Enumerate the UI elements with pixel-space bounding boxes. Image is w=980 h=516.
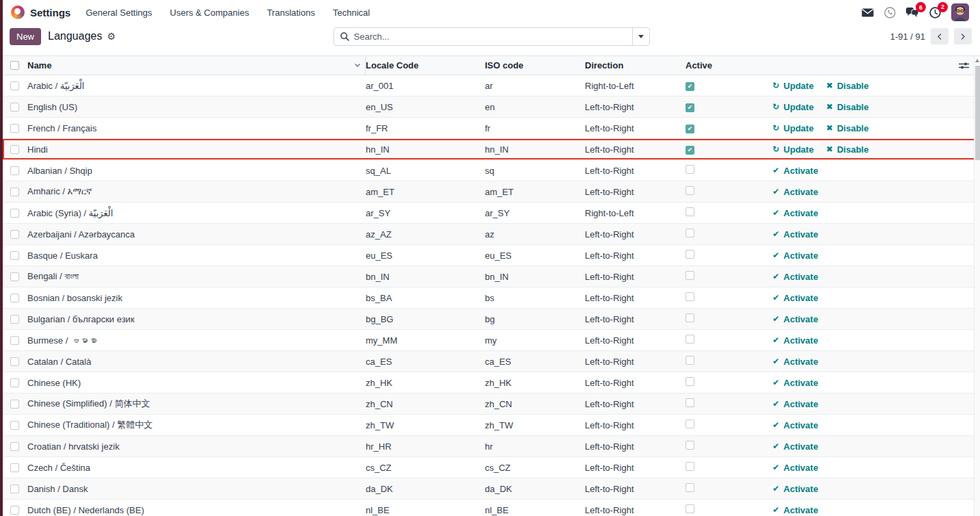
row-checkbox[interactable] [10, 315, 19, 324]
activate-button[interactable]: ✔Activate [772, 187, 818, 197]
discuss-icon[interactable]: 6 [906, 7, 919, 18]
table-row[interactable]: Hindi hn_IN hn_IN Left-to-Right ↻Update✖… [3, 139, 980, 160]
row-checkbox[interactable] [10, 336, 19, 345]
row-checkbox[interactable] [10, 209, 19, 218]
row-checkbox[interactable] [10, 400, 19, 409]
active-checkbox[interactable] [686, 165, 694, 174]
row-checkbox[interactable] [10, 378, 19, 387]
row-checkbox[interactable] [10, 81, 19, 90]
column-header-active[interactable]: Active [686, 56, 772, 75]
select-all-checkbox[interactable] [10, 61, 19, 70]
messages-envelope-icon[interactable] [862, 8, 874, 17]
activate-button[interactable]: ✔Activate [772, 293, 818, 303]
activate-button[interactable]: ✔Activate [772, 463, 818, 473]
table-row[interactable]: Azerbaijani / Azərbaycanca az_AZ az Left… [3, 224, 980, 245]
disable-button[interactable]: ✖Disable [826, 81, 868, 91]
activate-button[interactable]: ✔Activate [772, 229, 818, 240]
row-checkbox[interactable] [10, 421, 19, 430]
table-row[interactable]: Bulgarian / български език bg_BG bg Left… [3, 309, 980, 330]
actions-gear-icon[interactable]: ⚙ [107, 31, 116, 42]
table-row[interactable]: Bengali / বাংলা bn_IN bn_IN Left-to-Righ… [3, 266, 980, 287]
table-row[interactable]: Dutch (BE) / Nederlands (BE) nl_BE nl_BE… [3, 500, 980, 516]
menu-general-settings[interactable]: General Settings [86, 8, 152, 18]
row-checkbox[interactable] [10, 272, 19, 281]
row-checkbox[interactable] [10, 485, 19, 493]
table-row[interactable]: Chinese (HK) zh_HK zh_HK Left-to-Right ✔… [3, 372, 980, 394]
table-row[interactable]: Croatian / hrvatski jezik hr_HR hr Left-… [3, 436, 980, 457]
row-checkbox[interactable] [10, 506, 19, 515]
vertical-scrollbar[interactable] [974, 56, 980, 516]
pager-previous-button[interactable] [931, 28, 948, 44]
table-row[interactable]: Chinese (Simplified) / 简体中文 zh_CN zh_CN … [3, 394, 980, 415]
active-checkbox[interactable] [686, 335, 694, 344]
activate-button[interactable]: ✔Activate [772, 399, 818, 409]
row-checkbox[interactable] [10, 188, 19, 196]
activate-button[interactable]: ✔Activate [772, 314, 818, 324]
active-checkbox[interactable] [686, 207, 694, 216]
activate-button[interactable]: ✔Activate [772, 208, 818, 218]
active-checkbox[interactable] [686, 483, 694, 492]
update-button[interactable]: ↻Update [772, 81, 814, 91]
activate-button[interactable]: ✔Activate [772, 250, 818, 261]
activate-button[interactable]: ✔Activate [772, 357, 818, 367]
activate-button[interactable]: ✔Activate [772, 166, 818, 176]
table-row[interactable]: Czech / Čeština cs_CZ cs_CZ Left-to-Righ… [3, 457, 980, 478]
optional-columns-icon[interactable] [959, 62, 969, 70]
table-row[interactable]: Danish / Dansk da_DK da_DK Left-to-Right… [3, 478, 980, 500]
column-header-locale[interactable]: Locale Code [366, 56, 485, 75]
column-header-iso[interactable]: ISO code [485, 56, 585, 75]
row-checkbox[interactable] [10, 251, 19, 260]
table-row[interactable]: Amharic / አማርኛ am_ET am_ET Left-to-Right… [3, 181, 980, 203]
row-checkbox[interactable] [10, 463, 19, 472]
active-checkbox[interactable] [686, 504, 694, 513]
table-row[interactable]: Arabic / الْعَرَبيّة ar_001 ar Right-to-… [3, 75, 980, 96]
column-header-direction[interactable]: Direction [585, 56, 686, 75]
row-checkbox[interactable] [10, 166, 19, 175]
update-button[interactable]: ↻Update [772, 144, 814, 155]
app-name[interactable]: Settings [30, 7, 71, 18]
disable-button[interactable]: ✖Disable [826, 123, 868, 133]
active-checkbox[interactable] [686, 125, 694, 133]
user-avatar[interactable] [951, 3, 969, 21]
row-checkbox[interactable] [10, 230, 19, 239]
active-checkbox[interactable] [686, 82, 694, 91]
new-button[interactable]: New [10, 28, 41, 45]
scrollbar-thumb[interactable] [975, 66, 980, 160]
table-row[interactable]: Albanian / Shqip sq_AL sq Left-to-Right … [3, 160, 980, 181]
table-row[interactable]: Bosnian / bosanski jezik bs_BA bs Left-t… [3, 287, 980, 309]
menu-technical[interactable]: Technical [333, 8, 370, 18]
table-row[interactable]: Catalan / Català ca_ES ca_ES Left-to-Rig… [3, 351, 980, 372]
activate-button[interactable]: ✔Activate [772, 441, 818, 452]
active-checkbox[interactable] [686, 186, 694, 195]
column-header-name[interactable]: Name [27, 56, 366, 75]
table-row[interactable]: French / Français fr_FR fr Left-to-Right… [3, 118, 980, 139]
active-checkbox[interactable] [686, 229, 694, 237]
search-dropdown-toggle[interactable] [632, 28, 649, 45]
active-checkbox[interactable] [686, 377, 694, 386]
active-checkbox[interactable] [686, 398, 694, 407]
whatsapp-icon[interactable] [884, 7, 896, 18]
activate-button[interactable]: ✔Activate [772, 335, 818, 346]
table-row[interactable]: Chinese (Traditional) / 繁體中文 zh_TW zh_TW… [3, 415, 980, 436]
search-input[interactable] [354, 31, 632, 42]
table-row[interactable]: Arabic (Syria) / الْعَرَبيّة ar_SY ar_SY… [3, 203, 980, 224]
active-checkbox[interactable] [686, 103, 694, 112]
row-checkbox[interactable] [10, 103, 19, 112]
table-row[interactable]: Burmese / ဗမာစာ my_MM my Left-to-Right ✔… [3, 330, 980, 351]
disable-button[interactable]: ✖Disable [826, 144, 868, 155]
row-checkbox[interactable] [10, 145, 19, 154]
activity-clock-icon[interactable]: 2 [929, 7, 941, 18]
active-checkbox[interactable] [686, 420, 694, 428]
active-checkbox[interactable] [686, 356, 694, 365]
table-row[interactable]: Basque / Euskara eu_ES eu_ES Left-to-Rig… [3, 245, 980, 266]
active-checkbox[interactable] [686, 250, 694, 259]
odoo-app-icon[interactable] [11, 5, 25, 19]
activate-button[interactable]: ✔Activate [772, 420, 818, 430]
active-checkbox[interactable] [686, 462, 694, 471]
activate-button[interactable]: ✔Activate [772, 505, 818, 515]
disable-button[interactable]: ✖Disable [826, 102, 868, 112]
activate-button[interactable]: ✔Activate [772, 484, 818, 494]
row-checkbox[interactable] [10, 294, 19, 302]
row-checkbox[interactable] [10, 442, 19, 451]
active-checkbox[interactable] [686, 313, 694, 322]
